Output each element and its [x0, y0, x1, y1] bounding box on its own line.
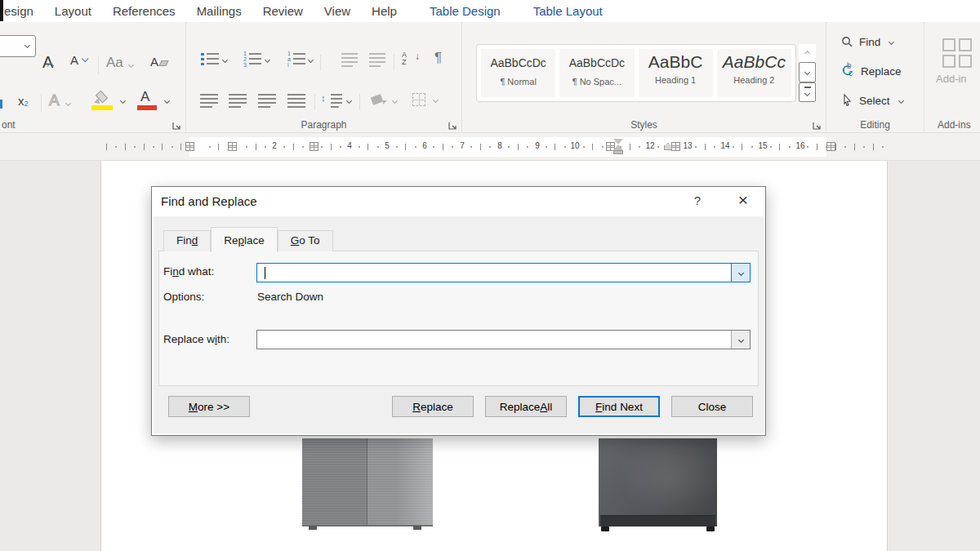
multilevel-lines	[293, 53, 305, 65]
bullets-button[interactable]	[201, 52, 219, 67]
replace-button[interactable]: b c Replace	[841, 63, 902, 79]
menu-tab-mailings[interactable]: Mailings	[186, 4, 252, 18]
ruler-tick	[209, 146, 211, 148]
addins-grid-icon[interactable]	[942, 38, 973, 69]
indent-markers[interactable]	[613, 139, 623, 154]
decrease-indent-icon: ←	[341, 56, 350, 65]
find-what-input[interactable]	[258, 264, 730, 281]
shrink-font-button[interactable]: A	[70, 53, 84, 67]
first-line-indent-marker[interactable]	[613, 139, 623, 144]
grow-font-icon: A	[42, 53, 53, 72]
help-icon[interactable]: ?	[688, 193, 706, 207]
silver-fridge-image[interactable]	[302, 438, 433, 527]
show-formatting-button[interactable]: ¶	[434, 50, 442, 66]
align-left-button[interactable]	[200, 94, 218, 108]
menu-tab-view[interactable]: View	[314, 4, 361, 18]
ruler-tick	[779, 144, 780, 150]
style-scroll-up-button[interactable]	[799, 44, 816, 62]
change-case-button[interactable]: Aa	[106, 55, 133, 71]
find-button[interactable]: Find	[841, 33, 893, 50]
bullets-icon	[201, 53, 204, 65]
superscript-button[interactable]: x2	[18, 94, 29, 108]
find-what-dropdown-button[interactable]	[731, 264, 750, 282]
numbering-lines	[249, 53, 261, 65]
divider	[394, 55, 394, 71]
chevron-down-icon	[120, 98, 126, 104]
ruler-tick	[144, 144, 145, 150]
style-scroll-down-button[interactable]	[799, 62, 816, 82]
table-column-marker[interactable]	[310, 142, 318, 151]
table-column-marker[interactable]	[826, 142, 835, 151]
font-size-combo[interactable]	[0, 35, 36, 57]
table-column-marker[interactable]	[185, 142, 194, 151]
menu-tab-esign[interactable]: esign	[0, 4, 44, 18]
style-heading-1[interactable]: AaBbCHeading 1	[639, 49, 713, 97]
chevron-down-icon	[24, 42, 30, 48]
ruler-tick	[433, 146, 434, 148]
replace-with-input[interactable]	[258, 331, 730, 348]
ruler-number: 14	[720, 141, 729, 150]
menu-tab-review[interactable]: Review	[252, 4, 314, 18]
style-heading-2[interactable]: AaBbCcHeading 2	[717, 49, 791, 97]
tab-go-to[interactable]: Go To	[278, 230, 333, 251]
chevron-down-icon[interactable]	[265, 57, 270, 63]
chevron-down-icon[interactable]	[222, 57, 228, 63]
menu-tab-help[interactable]: Help	[361, 4, 408, 18]
replace-tab-pane: Find what: Options: Search Down Replace …	[158, 251, 759, 386]
hanging-indent-marker[interactable]	[613, 144, 623, 150]
ruler-tick	[854, 144, 855, 150]
styles-dialog-launcher-icon[interactable]	[812, 119, 822, 129]
left-indent-marker[interactable]	[613, 150, 623, 154]
sort-z: Z	[402, 58, 407, 66]
replace-button[interactable]: Replace	[392, 396, 474, 417]
close-button[interactable]: Close	[671, 396, 753, 417]
menu-tab-references[interactable]: References	[102, 4, 186, 18]
close-icon[interactable]: ×	[733, 190, 754, 210]
find-next-button[interactable]: Find Next	[578, 396, 660, 417]
table-column-marker[interactable]	[228, 142, 237, 151]
eraser-icon	[158, 60, 168, 66]
ruler-tick	[789, 146, 791, 148]
menu-tab-layout[interactable]: Layout	[44, 4, 102, 18]
multilevel-list-button[interactable]: 1 a i	[287, 52, 305, 67]
table-column-marker[interactable]	[671, 142, 680, 151]
replace-with-combo[interactable]	[256, 330, 751, 349]
replace-all-button[interactable]: Replace All	[485, 396, 567, 417]
tab-replace[interactable]: Replace	[211, 227, 278, 252]
font-dialog-launcher-icon[interactable]	[172, 119, 181, 129]
ruler-tick	[283, 146, 285, 148]
style-gallery-scroll	[799, 44, 816, 102]
align-center-button[interactable]	[229, 94, 247, 108]
chevron-down-icon	[65, 100, 71, 106]
find-what-combo[interactable]	[256, 263, 751, 282]
chevron-down-icon	[889, 38, 894, 44]
justify-button[interactable]	[287, 94, 305, 108]
grow-font-button[interactable]: A	[42, 53, 59, 72]
paragraph-dialog-launcher-icon[interactable]	[448, 119, 457, 129]
text-effects-button[interactable]: A	[49, 91, 70, 109]
replace-with-dropdown-button[interactable]	[731, 331, 750, 349]
align-right-button[interactable]	[258, 94, 276, 108]
clear-formatting-button[interactable]: A	[150, 55, 167, 69]
style--no-spac-[interactable]: AaBbCcDc¶ No Spac...	[559, 49, 634, 97]
dark-fridge-image[interactable]	[599, 438, 717, 527]
ruler-tick	[555, 144, 555, 150]
paragraph-group: 1 2 3 1 a i ← → AZ↓ ¶ ↕ Paragraph	[186, 22, 462, 133]
dialog-titlebar[interactable]: Find and Replace ? ×	[152, 187, 765, 216]
numbering-button[interactable]: 1 2 3	[243, 52, 261, 67]
menu-tab-table-layout[interactable]: Table Layout	[523, 4, 613, 18]
divider	[320, 55, 321, 71]
tab-find[interactable]: Find	[163, 230, 211, 251]
select-button[interactable]: Select	[841, 92, 903, 109]
chevron-down-icon[interactable]	[308, 57, 314, 63]
decrease-indent-button[interactable]: ←	[341, 53, 358, 67]
style-gallery-more-button[interactable]	[799, 82, 816, 102]
menu-tab-table-design[interactable]: Table Design	[419, 4, 511, 18]
editing-group-label: Editing	[826, 119, 924, 131]
chevron-down-icon	[898, 97, 903, 103]
style--normal[interactable]: AaBbCcDc¶ Normal	[481, 49, 555, 97]
increase-indent-button[interactable]: →	[369, 53, 385, 67]
highlight-color-swatch	[91, 105, 113, 110]
sort-button[interactable]: AZ↓	[402, 51, 420, 69]
more-button[interactable]: More >>	[168, 396, 250, 417]
